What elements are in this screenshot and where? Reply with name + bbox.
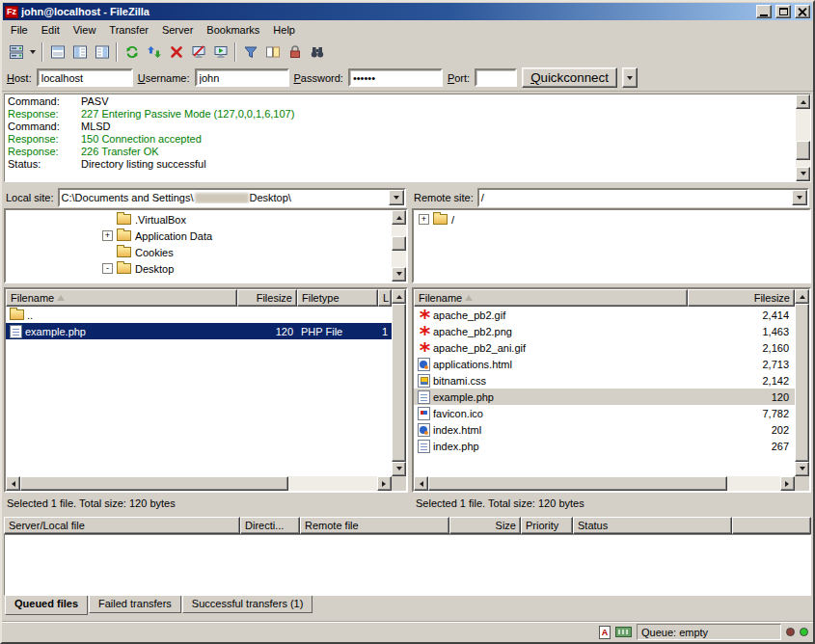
find-files-button[interactable] [306,41,328,63]
scroll-down-button[interactable] [795,462,809,476]
column-header[interactable]: L [378,289,392,307]
scrollbar-thumb[interactable] [795,304,809,462]
remote-site-combobox[interactable]: / [477,188,809,207]
port-input[interactable] [475,68,517,87]
file-row[interactable]: apache_pb2.png 1,463 [414,323,795,339]
scrollbar-thumb[interactable] [392,304,406,462]
menu-item[interactable]: View [67,21,103,39]
data-type-indicator-icon[interactable] [599,626,611,639]
menu-item[interactable]: Server [155,21,200,39]
reconnect-button[interactable] [209,41,231,63]
column-header[interactable]: Filetype [297,289,378,307]
remote-site-dropdown-button[interactable] [792,190,807,205]
menu-item[interactable]: Transfer [102,21,155,39]
process-queue-button[interactable] [143,41,165,63]
scrollbar-thumb[interactable] [392,236,406,251]
scroll-left-button[interactable] [414,476,428,491]
column-header[interactable]: Server/Local file [4,517,240,534]
remote-list-hscrollbar[interactable] [414,476,795,491]
queue-tab[interactable]: Failed transfers [89,596,181,613]
menu-item[interactable]: Edit [35,21,67,39]
local-list-hscrollbar[interactable] [6,476,392,491]
remote-list-vscrollbar[interactable] [795,289,809,476]
local-list-vscrollbar[interactable] [392,289,406,476]
file-row[interactable]: favicon.ico 7,782 [414,405,795,421]
queue-tab[interactable]: Successful transfers (1) [182,596,313,613]
quickconnect-dropdown-button[interactable] [622,67,638,88]
host-input[interactable] [37,68,133,87]
file-row[interactable]: bitnami.css 2,142 [414,372,795,389]
minimize-button[interactable] [756,5,772,18]
local-site-dropdown-button[interactable] [389,190,404,205]
menu-item[interactable]: Help [266,21,302,39]
file-row[interactable]: index.php 267 [414,438,795,454]
tree-expander[interactable]: + [419,214,429,225]
scroll-right-button[interactable] [780,476,795,491]
scroll-left-button[interactable] [6,476,20,491]
tree-item[interactable]: .VirtualBox [6,211,392,228]
column-header[interactable]: Remote file [300,517,449,534]
menu-item[interactable]: Bookmarks [200,21,266,39]
file-row[interactable]: apache_pb2.gif 2,414 [414,307,795,323]
message-log-scrollbar[interactable] [796,94,810,181]
scrollbar-track[interactable] [392,304,406,462]
tree-item[interactable]: - Desktop [6,260,392,277]
maximize-button[interactable] [775,5,791,18]
column-header[interactable]: Status [573,517,732,534]
tree-expander[interactable]: - [102,263,113,274]
file-row[interactable]: apache_pb2_ani.gif 2,160 [414,339,795,356]
quickconnect-button[interactable]: Quickconnect [522,67,617,88]
scrollbar-thumb[interactable] [428,476,727,491]
local-site-combobox[interactable]: C:\Documents and Settings\ Desktop\ [58,188,406,207]
file-row[interactable]: .. [6,307,392,323]
column-header[interactable]: Filename [414,289,688,307]
scroll-up-button[interactable] [795,289,809,304]
scrollbar-track[interactable] [428,476,780,491]
disconnect-button[interactable] [187,41,209,63]
toggle-message-log-button[interactable] [46,41,68,63]
site-manager-dropdown-button[interactable] [27,41,39,63]
close-button[interactable] [795,5,810,18]
toggle-remote-tree-button[interactable] [91,41,113,63]
cancel-button[interactable] [165,41,187,63]
scrollbar-track[interactable] [796,109,810,167]
synchronized-browsing-button[interactable] [284,41,306,63]
column-header[interactable]: Size [449,517,521,534]
local-tree-scrollbar[interactable] [392,210,406,282]
scrollbar-track[interactable] [795,304,809,462]
password-input[interactable] [348,68,443,87]
scrollbar-thumb[interactable] [20,476,288,491]
column-header[interactable]: Priority [521,517,573,534]
scroll-right-button[interactable] [377,476,392,491]
column-header[interactable] [732,517,811,534]
title-bar[interactable]: Fz john@localhost - FileZilla [3,3,812,20]
file-row[interactable]: example.php 120 PHP File 1 [6,323,392,339]
scrollbar-track[interactable] [392,225,406,267]
scrollbar-track[interactable] [20,476,377,491]
column-header[interactable]: Filesize [688,289,795,307]
file-row[interactable]: index.html 202 [414,421,795,438]
refresh-button[interactable] [121,41,143,63]
scroll-up-button[interactable] [392,210,406,225]
file-row[interactable]: applications.html 2,713 [414,356,795,372]
file-row[interactable]: example.php 120 [414,389,795,405]
tree-item[interactable]: + Application Data [6,228,392,244]
menu-item[interactable]: File [4,21,35,39]
toggle-local-tree-button[interactable] [68,41,91,63]
column-header[interactable]: Filename [6,289,237,307]
column-header[interactable]: Filesize [237,289,297,307]
tree-item[interactable]: Cookies [6,244,392,260]
scroll-down-button[interactable] [392,462,406,476]
directory-comparison-button[interactable] [261,41,284,63]
scroll-up-button[interactable] [796,94,810,109]
connection-indicator-icon[interactable] [615,627,632,637]
site-manager-button[interactable] [5,41,27,63]
queue-tab[interactable]: Queued files [5,596,88,615]
tree-item[interactable]: + / [414,211,809,228]
tree-expander[interactable]: + [102,230,113,241]
scroll-down-button[interactable] [392,267,406,282]
scrollbar-thumb[interactable] [796,141,810,160]
column-header[interactable]: Directi... [240,517,300,534]
username-input[interactable] [195,68,289,87]
filename-filters-button[interactable] [239,41,261,63]
